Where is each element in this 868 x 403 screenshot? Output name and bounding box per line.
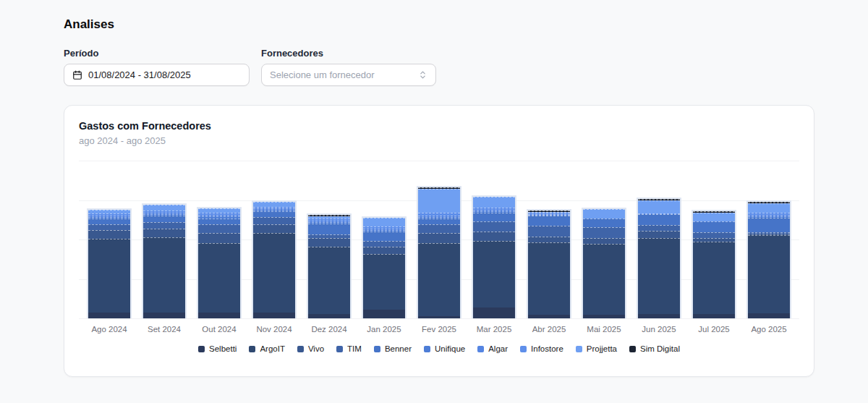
bar-segment-selbetti[interactable] <box>253 313 295 318</box>
bar-segment-tim[interactable] <box>583 227 625 238</box>
bar-segment-argoit[interactable] <box>418 243 460 316</box>
fornecedor-select[interactable]: Selecione um fornecedor <box>261 64 436 86</box>
bar-segment-argoit[interactable] <box>253 233 295 313</box>
bar-segment-selbetti[interactable] <box>583 315 625 318</box>
bar-segment-projjetta[interactable] <box>638 200 680 213</box>
bar-segment-benner[interactable] <box>473 213 515 221</box>
bar-fev-2025[interactable] <box>417 186 461 318</box>
chart-title: Gastos com Fornecedores <box>79 120 799 132</box>
bar-segment-argoit[interactable] <box>583 244 625 315</box>
bar-segment-benner[interactable] <box>198 219 240 224</box>
bar-segment-selbetti[interactable] <box>363 310 405 318</box>
bar-segment-benner[interactable] <box>418 219 460 224</box>
legend-label: Benner <box>385 344 412 353</box>
bar-segment-vivo[interactable] <box>308 238 350 247</box>
bar-segment-selbetti[interactable] <box>198 313 240 318</box>
date-range-input[interactable]: 01/08/2024 - 31/08/2025 <box>64 64 250 86</box>
chart-subtitle: ago 2024 - ago 2025 <box>79 135 799 146</box>
legend-item-selbetti: Selbetti <box>198 344 237 353</box>
bar-segment-benner[interactable] <box>748 218 790 232</box>
legend-item-sim-digital: Sim Digital <box>629 344 680 353</box>
bar-nov-2024[interactable] <box>252 200 297 318</box>
bar-segment-vivo[interactable] <box>253 224 295 233</box>
bar-segment-vivo[interactable] <box>473 232 515 241</box>
bar-segment-projjetta[interactable] <box>253 202 295 207</box>
bar-segment-benner[interactable] <box>143 216 185 222</box>
bar-segment-benner[interactable] <box>693 221 735 232</box>
bar-jun-2025[interactable] <box>637 198 681 318</box>
bar-segment-argoit[interactable] <box>748 235 790 313</box>
bar-segment-selbetti[interactable] <box>143 313 185 318</box>
legend-label: TIM <box>347 344 362 353</box>
bar-abr-2025[interactable] <box>527 209 571 318</box>
bar-segment-argoit[interactable] <box>363 254 405 310</box>
bar-segment-benner[interactable] <box>253 211 295 217</box>
legend-label: Projjetta <box>587 344 617 353</box>
bar-segment-benner[interactable] <box>363 232 405 241</box>
date-range-value: 01/08/2024 - 31/08/2025 <box>88 69 191 80</box>
bar-segment-tim[interactable] <box>363 241 405 247</box>
bar-set-2024[interactable] <box>142 203 187 318</box>
bar-segment-benner[interactable] <box>638 214 680 225</box>
bar-mar-2025[interactable] <box>472 195 516 318</box>
bar-jan-2025[interactable] <box>362 216 407 318</box>
bar-segment-selbetti[interactable] <box>528 315 570 318</box>
bar-segment-benner[interactable] <box>528 216 570 226</box>
bar-ago-2025[interactable] <box>746 200 791 318</box>
bar-ago-2024[interactable] <box>87 208 132 318</box>
bar-segment-vivo[interactable] <box>143 229 185 237</box>
bar-segment-argoit[interactable] <box>473 241 515 307</box>
analises-page: Analises Período 01/08/2024 - 31/08/2025… <box>0 0 868 377</box>
bar-segment-vivo[interactable] <box>363 247 405 254</box>
bar-segment-vivo[interactable] <box>418 233 460 243</box>
page-title: Analises <box>64 17 814 32</box>
bar-segment-vivo[interactable] <box>583 238 625 244</box>
bar-segment-argoit[interactable] <box>528 242 570 315</box>
bar-segment-projjetta[interactable] <box>143 205 185 211</box>
bar-segment-selbetti[interactable] <box>88 313 130 318</box>
legend-item-benner: Benner <box>374 344 412 353</box>
bar-segment-argoit[interactable] <box>308 247 350 314</box>
bar-segment-tim[interactable] <box>88 224 130 230</box>
bar-segment-argoit[interactable] <box>143 237 185 313</box>
bar-segment-selbetti[interactable] <box>418 316 460 318</box>
bar-segment-selbetti[interactable] <box>308 314 350 318</box>
bar-segment-tim[interactable] <box>693 232 735 238</box>
bar-segment-argoit[interactable] <box>88 239 130 313</box>
calendar-icon <box>72 70 82 80</box>
bar-segment-tim[interactable] <box>253 217 295 224</box>
bar-segment-projjetta[interactable] <box>693 213 735 221</box>
bar-segment-argoit[interactable] <box>638 238 680 314</box>
bar-segment-benner[interactable] <box>583 219 625 227</box>
legend-swatch <box>477 346 484 352</box>
bar-mai-2025[interactable] <box>582 208 626 318</box>
legend-swatch <box>297 346 304 352</box>
bar-segment-tim[interactable] <box>143 222 185 229</box>
bar-segment-tim[interactable] <box>198 224 240 233</box>
bar-segment-selbetti[interactable] <box>748 313 790 318</box>
bar-segment-benner[interactable] <box>308 224 350 234</box>
bar-segment-vivo[interactable] <box>528 237 570 242</box>
bar-segment-vivo[interactable] <box>638 231 680 238</box>
bar-segment-selbetti[interactable] <box>638 314 680 318</box>
bar-segment-projjetta[interactable] <box>363 218 405 226</box>
bar-segment-projjetta[interactable] <box>473 197 515 208</box>
bar-out-2024[interactable] <box>197 207 242 318</box>
x-axis-label: Ago 2025 <box>746 325 791 334</box>
bar-segment-argoit[interactable] <box>693 242 735 314</box>
bar-segment-tim[interactable] <box>528 226 570 237</box>
bar-segment-tim[interactable] <box>638 225 680 231</box>
bar-segment-selbetti[interactable] <box>693 314 735 318</box>
bar-segment-projjetta[interactable] <box>583 209 625 219</box>
bar-segment-tim[interactable] <box>418 224 460 233</box>
bar-segment-vivo[interactable] <box>88 230 130 239</box>
bar-segment-vivo[interactable] <box>198 233 240 243</box>
bar-segment-selbetti[interactable] <box>473 307 515 318</box>
bar-segment-argoit[interactable] <box>198 243 240 313</box>
bar-segment-benner[interactable] <box>88 219 130 224</box>
bar-segment-projjetta[interactable] <box>418 189 460 213</box>
bar-dez-2024[interactable] <box>307 213 352 318</box>
bar-jul-2025[interactable] <box>692 210 736 318</box>
bar-segment-projjetta[interactable] <box>748 203 790 213</box>
bar-segment-tim[interactable] <box>473 221 515 232</box>
